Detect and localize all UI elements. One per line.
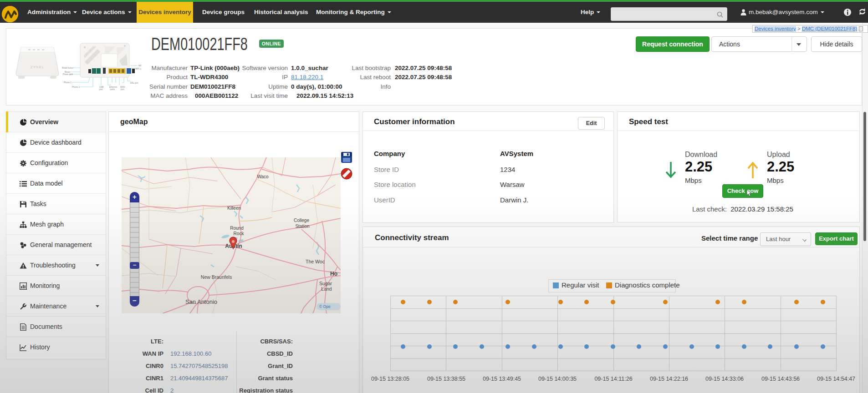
svg-text:© Ope: © Ope xyxy=(319,304,331,309)
svg-text:WPS: WPS xyxy=(138,65,141,67)
svg-text:Phone 1: Phone 1 xyxy=(72,86,80,88)
svg-text:ZYXEL: ZYXEL xyxy=(31,65,44,69)
svg-text:Rock: Rock xyxy=(234,231,245,236)
svg-text:Killeen: Killeen xyxy=(227,206,241,211)
svg-text:Ho: Ho xyxy=(330,271,337,277)
svg-text:Reset button: Reset button xyxy=(62,67,74,69)
svg-text:Phone 2: Phone 2 xyxy=(64,81,71,84)
svg-text:Sugar: Sugar xyxy=(319,281,332,286)
svg-text:ports: ports xyxy=(110,88,115,91)
svg-text:The Woc: The Woc xyxy=(306,259,325,264)
svg-text:Round: Round xyxy=(230,226,243,231)
svg-text:Land: Land xyxy=(321,286,332,292)
svg-text:Waco: Waco xyxy=(257,174,269,179)
svg-text:port: port xyxy=(121,88,125,91)
svg-text:Station: Station xyxy=(295,224,309,229)
svg-text:DSL port: DSL port xyxy=(130,82,138,84)
svg-text:College: College xyxy=(294,218,309,223)
svg-text:San Antonio: San Antonio xyxy=(185,298,217,305)
svg-text:Power jack: Power jack xyxy=(63,73,73,76)
svg-text:WiFi on/off: WiFi on/off xyxy=(135,68,141,70)
svg-text:New Braunfels: New Braunfels xyxy=(201,274,232,280)
svg-text:port: port xyxy=(99,88,103,91)
